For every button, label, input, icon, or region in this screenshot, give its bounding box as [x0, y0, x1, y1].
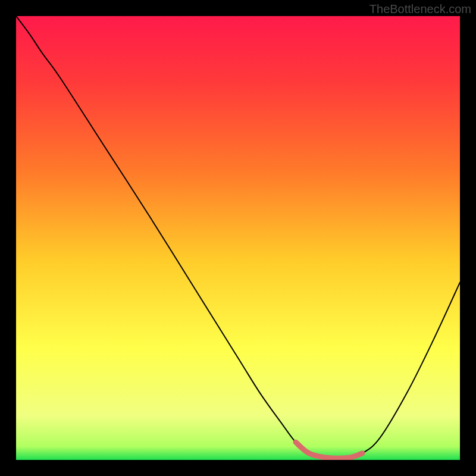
chart-svg	[16, 16, 460, 460]
watermark-text: TheBottleneck.com	[369, 2, 471, 16]
plot-area	[16, 16, 460, 460]
gradient-background	[16, 16, 460, 460]
chart-container: TheBottleneck.com	[0, 0, 476, 476]
